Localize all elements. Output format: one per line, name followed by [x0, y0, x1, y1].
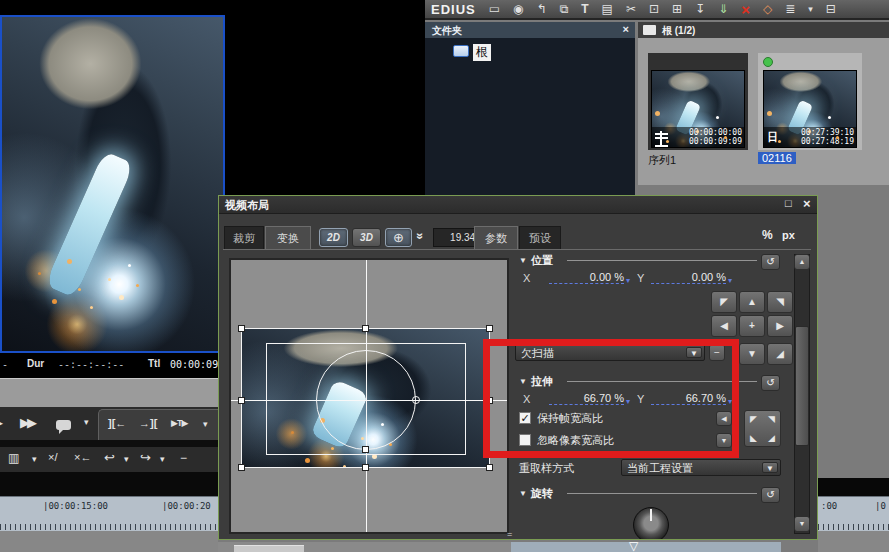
stretch-reset-button[interactable]: ↺: [761, 375, 780, 391]
spinner-caret-icon[interactable]: ▾: [728, 397, 732, 406]
stretch-y-input[interactable]: 66.70 %: [651, 392, 726, 405]
layout-canvas[interactable]: [229, 258, 509, 534]
position-x-input[interactable]: 0.00 %: [549, 271, 624, 284]
handle-s[interactable]: [362, 464, 369, 471]
timeline-ruler-right[interactable]: :00 |0: [818, 496, 889, 532]
view-list-icon[interactable]: ≣: [785, 2, 795, 16]
position-reset-button[interactable]: ↺: [761, 254, 780, 270]
nudge-up-right-button[interactable]: ◥: [767, 291, 793, 313]
clip-label-selected[interactable]: 02116: [758, 152, 796, 164]
circle-handle-right[interactable]: [412, 396, 420, 404]
tab-transform[interactable]: 变换: [265, 226, 311, 249]
trim-out-button[interactable]: →][: [139, 417, 157, 429]
nudge-left-button[interactable]: ◀: [711, 315, 737, 337]
bin-clip-tile[interactable]: 00:00:00:00 00:00:09:09: [648, 53, 748, 150]
scan-minus-button[interactable]: −: [709, 344, 725, 361]
scrollbar-thumb[interactable]: [795, 326, 809, 446]
open-project-icon[interactable]: ▭: [489, 2, 500, 16]
dialog-resize-handle[interactable]: =: [507, 529, 512, 539]
stretch-side-button-1[interactable]: ◀: [716, 411, 732, 426]
mode-2d-button[interactable]: 2D: [319, 228, 348, 247]
playhead-marker-icon[interactable]: ▽: [629, 539, 638, 552]
unit-percent-button[interactable]: %: [762, 228, 773, 242]
handle-nw[interactable]: [238, 325, 245, 332]
rotation-knob[interactable]: [633, 507, 669, 540]
circle-handle-bottom[interactable]: [362, 446, 369, 453]
fit-to-frame-button[interactable]: ◤ ◥ ◣ ◢: [744, 410, 781, 447]
handle-sw[interactable]: [238, 464, 245, 471]
search-icon[interactable]: ◉: [513, 2, 523, 16]
caret-icon[interactable]: ▾: [124, 454, 129, 464]
spinner-caret-icon[interactable]: ▾: [626, 397, 630, 406]
row1-caret-icon[interactable]: ▾: [84, 417, 89, 427]
handle-ne[interactable]: [486, 325, 493, 332]
mode-3d-button[interactable]: 3D: [352, 228, 381, 247]
speech-bubble-icon[interactable]: [56, 420, 71, 430]
handle-e[interactable]: [486, 397, 493, 404]
nudge-up-button[interactable]: ▲: [739, 291, 765, 313]
undo-history-icon[interactable]: ↰: [537, 2, 547, 16]
ignore-pixel-aspect-checkbox[interactable]: [519, 434, 531, 446]
position-y-input[interactable]: 0.00 %: [651, 271, 726, 284]
keep-frame-aspect-checkbox[interactable]: ✓: [519, 412, 531, 424]
copy-icon[interactable]: ⊡: [649, 2, 659, 16]
nudge-down-button[interactable]: ▼: [739, 343, 765, 365]
center-position-button[interactable]: +: [739, 315, 765, 337]
group-caret-icon[interactable]: ▾: [203, 419, 208, 429]
delete-in-out-icon[interactable]: ×/: [48, 451, 57, 463]
section-collapse-icon[interactable]: ▼: [519, 377, 527, 386]
rotation-reset-button[interactable]: ↺: [761, 487, 780, 503]
title-tool-icon[interactable]: T: [581, 2, 588, 16]
tab-crop[interactable]: 裁剪: [224, 226, 264, 249]
center-grid-button[interactable]: ⊕: [385, 228, 412, 247]
spinner-caret-icon[interactable]: ▾: [728, 276, 732, 285]
play-around-button[interactable]: ▶T▶: [171, 418, 187, 428]
bin-pages-icon[interactable]: ▥: [8, 451, 19, 465]
trim-in-button[interactable]: ][←: [108, 417, 126, 429]
nudge-down-right-button[interactable]: ◢: [767, 343, 793, 365]
handle-n[interactable]: [362, 325, 369, 332]
maximize-icon[interactable]: □: [785, 197, 792, 209]
marker-icon[interactable]: ◇: [763, 2, 772, 16]
undo-icon[interactable]: ↩: [104, 450, 115, 465]
section-collapse-icon[interactable]: ▼: [519, 489, 527, 498]
caret-icon[interactable]: ▾: [32, 454, 37, 464]
close-icon[interactable]: ×: [803, 196, 811, 211]
dialog-titlebar[interactable]: 视频布局 □ ×: [219, 196, 818, 214]
fast-forward-button[interactable]: ▶▶: [20, 415, 34, 430]
timeline-ruler[interactable]: |00:00:15:00 |00:00:20: [0, 496, 218, 532]
spinner-caret-icon[interactable]: ▾: [626, 276, 630, 285]
scroll-up-button[interactable]: ▲: [794, 254, 810, 270]
caret-icon[interactable]: ▾: [160, 454, 165, 464]
tab-parameters[interactable]: 参数: [474, 226, 518, 249]
unit-px-button[interactable]: px: [782, 229, 795, 241]
nudge-up-left-button[interactable]: ◤: [711, 291, 737, 313]
bin-clip-tile-selected[interactable]: 日 00:27:39:10 00:27:48:19: [758, 53, 862, 150]
close-icon[interactable]: ×: [623, 23, 629, 35]
chevron-more-icon[interactable]: »: [413, 233, 427, 240]
stretch-side-button-2[interactable]: ▼: [716, 433, 732, 448]
panel-icon[interactable]: ⊟: [826, 2, 836, 16]
delete-icon[interactable]: ×: [741, 1, 750, 18]
resample-dropdown[interactable]: 当前工程设置 ▼: [621, 459, 781, 476]
paste-icon[interactable]: ⊞: [672, 2, 682, 16]
sync-icon[interactable]: ↧: [695, 2, 705, 16]
nudge-right-button[interactable]: ▶: [767, 315, 793, 337]
handle-se[interactable]: [486, 464, 493, 471]
collapse-icon[interactable]: −: [180, 451, 187, 465]
tab-presets[interactable]: 预设: [519, 226, 561, 249]
stretch-x-input[interactable]: 66.70 %: [549, 392, 624, 405]
clip-label[interactable]: 序列1: [648, 153, 676, 168]
cut-icon[interactable]: ✂: [626, 2, 636, 16]
delete-point-icon[interactable]: ×←: [74, 451, 91, 463]
export-icon[interactable]: ⧉: [560, 2, 569, 16]
colorbars-icon[interactable]: ▤: [602, 2, 613, 16]
play-button[interactable]: ▶: [0, 415, 3, 430]
import-icon[interactable]: ⇓: [718, 2, 728, 16]
scan-mode-dropdown[interactable]: 欠扫描 ▼: [515, 344, 705, 361]
toolbar-caret-icon[interactable]: ▾: [808, 4, 813, 14]
handle-w[interactable]: [238, 397, 245, 404]
section-collapse-icon[interactable]: ▼: [519, 256, 527, 265]
redo-icon[interactable]: ↪: [140, 450, 151, 465]
scroll-down-button[interactable]: ▼: [794, 516, 810, 532]
